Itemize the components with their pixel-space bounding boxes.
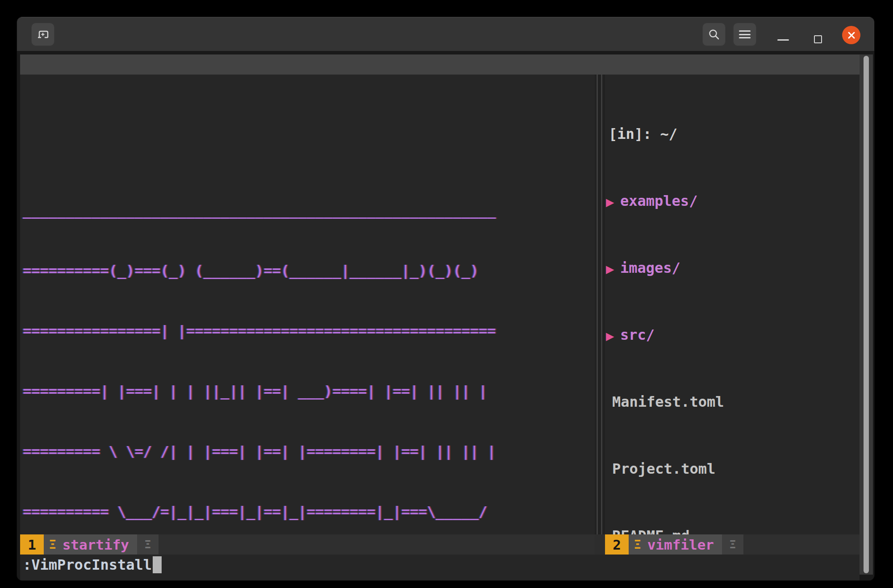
statusline-row: 1 Ξ startify Ξ 2 Ξ vimfiler Ξ: [20, 534, 860, 555]
startify-buffer: ________________________________________…: [23, 100, 505, 534]
search-button[interactable]: [702, 23, 726, 46]
vim-command-line[interactable]: :VimProcInstall: [20, 555, 860, 575]
buffer-list-icon-dim: Ξ: [145, 538, 151, 551]
collapsed-arrow-icon: ▶: [606, 258, 616, 280]
new-tab-button[interactable]: [31, 23, 54, 46]
filer-path-header: [in]: ~/: [605, 123, 860, 145]
file-name: Manifest.toml: [612, 393, 724, 410]
buffer-list-icon: Ξ: [49, 538, 56, 551]
window-number-badge: 2: [605, 534, 629, 555]
ascii-banner-line: ========== \___/=|_|_|===|_|==|_|=======…: [23, 502, 505, 522]
minimize-button[interactable]: [777, 39, 789, 41]
file-name: Project.toml: [612, 460, 715, 477]
ascii-banner-line: ==========(_)===(_) (______)==(______|__…: [23, 261, 505, 281]
terminal-content: ________________________________________…: [17, 51, 874, 580]
close-button[interactable]: [842, 26, 860, 44]
command-text: :VimProcInstall: [23, 556, 152, 573]
new-tab-icon: [36, 28, 50, 41]
collapsed-arrow-icon: ▶: [606, 191, 616, 213]
file-name: README.md: [612, 527, 689, 534]
menu-button[interactable]: [733, 23, 756, 46]
ascii-banner-line: ========= \ \=/ /| | |===| |==| |=======…: [23, 442, 505, 462]
terminal-window: ________________________________________…: [17, 17, 874, 580]
window-number-badge: 1: [20, 534, 44, 555]
cursor-block: [153, 556, 162, 573]
scrollbar-track[interactable]: [860, 54, 873, 575]
dir-name: examples/: [620, 192, 697, 209]
dir-name: images/: [620, 259, 680, 276]
maximize-button[interactable]: [814, 35, 822, 43]
filer-dir-row[interactable]: ▶images/: [605, 257, 860, 279]
bottom-filler: [20, 575, 860, 580]
filer-file-row[interactable]: Project.toml: [605, 458, 860, 480]
vimfiler-tree: [in]: ~/ ▶examples/ ▶images/ ▶src/ Manif…: [605, 78, 860, 534]
filer-dir-row[interactable]: ▶examples/: [605, 190, 860, 212]
buffer-list-icon: Ξ: [634, 538, 641, 551]
vimfiler-pane: [in]: ~/ ▶examples/ ▶images/ ▶src/ Manif…: [605, 75, 860, 534]
filer-dir-row[interactable]: ▶src/: [605, 324, 860, 346]
search-icon: [708, 28, 720, 41]
filer-file-row[interactable]: Manifest.toml: [605, 391, 860, 413]
titlebar: [17, 17, 874, 51]
buffer-list-icon-dim: Ξ: [730, 538, 736, 551]
filer-file-row[interactable]: README.md: [605, 525, 860, 534]
hamburger-menu-icon: [739, 30, 751, 38]
ascii-banner-line: =========| |===| | | ||_|| |==| ___)====…: [23, 381, 505, 401]
scrollbar-thumb[interactable]: [864, 56, 869, 573]
ascii-banner-line: ________________________________________…: [23, 200, 505, 221]
dir-name: src/: [620, 326, 655, 343]
tabline-strip: [20, 54, 860, 75]
startify-pane: ________________________________________…: [20, 75, 595, 534]
statusline-startify: 1 Ξ startify Ξ: [20, 534, 595, 555]
buffer-name: vimfiler: [647, 537, 714, 553]
buffer-name: startify: [63, 537, 129, 553]
close-x-icon: [847, 31, 856, 40]
vertical-split-separator[interactable]: [595, 75, 605, 534]
collapsed-arrow-icon: ▶: [606, 325, 616, 347]
ascii-banner-line: ================| |=====================…: [23, 321, 505, 341]
statusline-vimfiler: 2 Ξ vimfiler Ξ: [605, 534, 860, 555]
